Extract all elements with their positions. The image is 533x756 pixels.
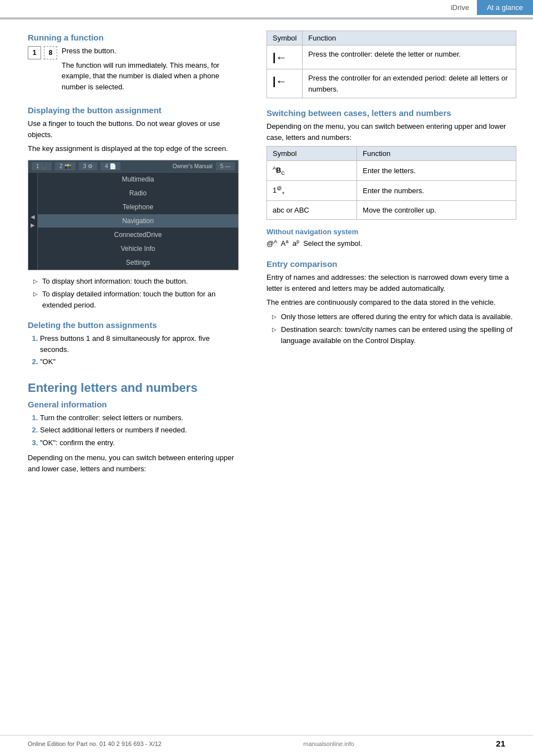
footer-watermark: manualsonline.info — [303, 740, 354, 747]
running-p1: Press the button. — [62, 46, 239, 57]
without-nav-heading: Without navigation system — [266, 228, 516, 236]
entry-p1: Entry of names and addresses: the select… — [266, 272, 516, 294]
function-numbers: Enter the numbers. — [357, 181, 516, 201]
displaying-heading: Displaying the button assignment — [28, 105, 239, 115]
entry-arrow-1: Only those letters are offered during th… — [272, 311, 516, 322]
symbol-abcABC: abc or ABC — [267, 201, 357, 220]
icon-8: 8 — [44, 46, 57, 59]
screen-arrows: ◀ ▶ — [28, 173, 38, 270]
table-row: |← Press the controller: delete the lett… — [267, 46, 516, 69]
arrow-item-2: To display detailed information: touch t… — [33, 289, 239, 310]
entry-heading: Entry comparison — [266, 259, 516, 269]
switching-p: Depending on the menu, you can switch be… — [266, 121, 516, 143]
menu-radio: Radio — [38, 187, 238, 200]
running-heading: Running a function — [28, 33, 239, 42]
deleting-step-1: Press buttons 1 and 8 simultaneously for… — [40, 333, 239, 355]
menu-navigation: Navigation — [38, 214, 238, 228]
running-p2: The function will run immediately. This … — [62, 60, 239, 93]
menu-vehicleinfo: Vehicle Info — [38, 242, 238, 256]
symbol-cell-1: |← — [267, 46, 303, 69]
general-step-3: "OK": confirm the entry. — [40, 437, 239, 448]
switch-col2: Function — [357, 147, 516, 161]
function-move: Move the controller up. — [357, 201, 516, 220]
without-nav-p: @A Aa ap Select the symbol. — [266, 238, 516, 249]
page-number: 21 — [496, 739, 505, 748]
function-letters: Enter the letters. — [357, 161, 516, 181]
table-row: abc or ABC Move the controller up. — [267, 201, 516, 220]
symbol-function-table: Symbol Function |← Press the controller:… — [266, 31, 516, 98]
arrow-item-1: To display short information: touch the … — [33, 276, 239, 287]
switch-table: Symbol Function ABC Enter the letters. 1… — [266, 146, 516, 220]
displaying-p2: The key assignment is displayed at the t… — [28, 143, 239, 154]
screen-top-bar: 1 🎧 2 📸 3 ⚙ 4 📄 Owner's Manual 5 — — [28, 160, 238, 173]
table-row: |← Press the controller for an extended … — [267, 69, 516, 98]
sym-col2: Function — [303, 31, 516, 46]
menu-connecteddrive: ConnectedDrive — [38, 228, 238, 242]
symbol-abc: ABC — [267, 161, 357, 181]
deleting-heading: Deleting the button assignments — [28, 320, 239, 330]
screen-menu-list: Multimedia Radio Telephone Navigation Co… — [38, 173, 238, 270]
press-icons: 1 8 — [28, 46, 58, 59]
table-row: 1@+ Enter the numbers. — [267, 181, 516, 201]
press-line: 1 8 Press the button. The function will … — [28, 46, 239, 95]
deleting-list: Press buttons 1 and 8 simultaneously for… — [28, 333, 239, 367]
switching-heading: Switching between cases, letters and num… — [266, 108, 516, 118]
main-content: Running a function 1 8 Press the button.… — [0, 19, 533, 483]
symbol-cell-2: |← — [267, 69, 303, 98]
deleting-step-2: "OK" — [40, 356, 239, 367]
function-cell-2: Press the controller for an extended per… — [303, 69, 516, 98]
tab-1: 1 🎧 — [32, 162, 52, 170]
tab-2: 2 📸 — [55, 162, 75, 170]
page-header: iDrive At a glance — [0, 0, 533, 18]
entry-arrow-2: Destination search: town/city names can … — [272, 324, 516, 346]
page-footer: Online Edition for Part no. 01 40 2 916 … — [0, 735, 533, 748]
displaying-arrow-list: To display short information: touch the … — [28, 276, 239, 311]
table-row: ABC Enter the letters. — [267, 161, 516, 181]
arrow-left: ◀ — [31, 214, 35, 220]
entry-arrow-list: Only those letters are offered during th… — [266, 311, 516, 346]
arrow-right: ▶ — [31, 222, 35, 228]
entry-p2: The entries are continuously compared to… — [266, 297, 516, 308]
right-column: Symbol Function |← Press the controller:… — [255, 25, 533, 483]
ataglance-tab: At a glance — [477, 0, 533, 15]
tab-5: 5 — — [216, 162, 235, 170]
switch-col1: Symbol — [267, 147, 357, 161]
icon-1: 1 — [28, 46, 41, 59]
general-heading: General information — [28, 400, 239, 409]
general-list: Turn the controller: select letters or n… — [28, 412, 239, 448]
screen-side: ◀ ▶ Multimedia Radio Telephone Navigatio… — [28, 173, 238, 270]
general-p: Depending on the menu, you can switch be… — [28, 452, 239, 474]
footer-left: Online Edition for Part no. 01 40 2 916 … — [28, 740, 162, 747]
left-column: Running a function 1 8 Press the button.… — [0, 25, 255, 483]
screen-owner-label: Owner's Manual — [173, 163, 213, 169]
tab-3: 3 ⚙ — [79, 162, 97, 170]
running-text: Press the button. The function will run … — [62, 46, 239, 95]
symbol-123: 1@+ — [267, 181, 357, 201]
general-step-1: Turn the controller: select letters or n… — [40, 412, 239, 424]
menu-settings: Settings — [38, 256, 238, 270]
displaying-p1: Use a finger to touch the buttons. Do no… — [28, 118, 239, 140]
tab-4: 4 📄 — [100, 162, 120, 170]
menu-telephone: Telephone — [38, 200, 238, 214]
function-cell-1: Press the controller: delete the letter … — [303, 46, 516, 69]
sym-col1: Symbol — [267, 31, 303, 46]
menu-multimedia: Multimedia — [38, 173, 238, 187]
entering-heading: Entering letters and numbers — [28, 381, 239, 395]
screen-simulation: 1 🎧 2 📸 3 ⚙ 4 📄 Owner's Manual 5 — ◀ ▶ M… — [28, 160, 239, 270]
general-step-2: Select additional letters or numbers if … — [40, 425, 239, 436]
idrive-tab: iDrive — [443, 0, 477, 15]
